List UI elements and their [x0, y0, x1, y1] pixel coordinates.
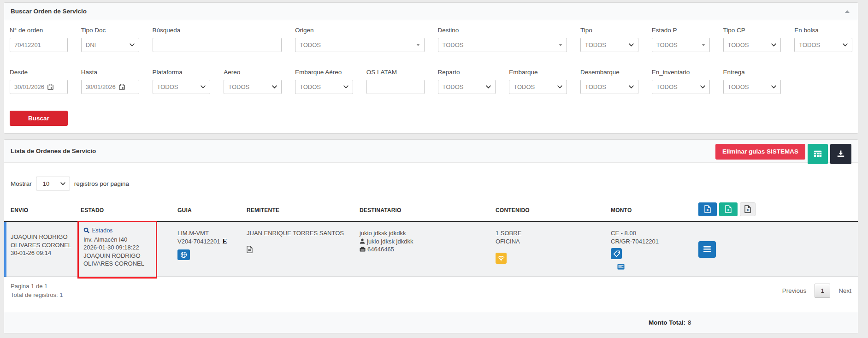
table-row: JOAQUIN RODRIGO OLIVARES CORONEL 30-01-2… — [4, 222, 858, 277]
next-button[interactable]: Next — [838, 287, 851, 294]
origen-value: TODOS — [300, 42, 321, 48]
calendar-icon — [119, 84, 125, 90]
export-excel-green-button[interactable]: X — [719, 202, 738, 216]
order-number-input[interactable] — [10, 38, 68, 52]
document-icon[interactable] — [247, 246, 253, 255]
page-size-select[interactable]: 10 — [36, 177, 70, 190]
chevron-down-icon — [343, 85, 348, 89]
en-inventario-label: En_inventario — [652, 69, 710, 76]
os-latam-input[interactable] — [366, 80, 425, 94]
wifi-icon — [497, 255, 505, 261]
table-header-row: ENVIO ESTADO GUIA REMITENTE DESTINATARIO… — [4, 197, 858, 222]
total-records: Total de registros: 1 — [11, 291, 63, 299]
table-grid-icon — [814, 150, 822, 157]
triangle-down-icon — [702, 44, 705, 46]
field-tipo: Tipo TODOS — [580, 27, 638, 52]
reparto-value: TODOS — [443, 83, 464, 90]
page-info: Pagina 1 de 1 — [11, 282, 63, 291]
buscar-button[interactable]: Buscar — [10, 111, 68, 126]
chevron-down-icon — [557, 85, 562, 89]
entrega-select[interactable]: TODOS — [723, 80, 781, 94]
plataforma-select[interactable]: TODOS — [153, 80, 211, 94]
row-menu-button[interactable] — [698, 241, 716, 258]
field-estado-p: Estado P TODOS — [652, 27, 710, 52]
destino-select[interactable]: TODOS — [438, 38, 567, 52]
filters-grid: N° de orden Tipo Doc DNI Búsqueda Origen — [10, 27, 852, 94]
estado-p-select[interactable]: TODOS — [652, 38, 710, 52]
col-header-monto[interactable]: MONTO — [604, 197, 692, 221]
col-header-guia[interactable]: GUIA — [171, 197, 240, 221]
collapse-icon[interactable] — [845, 10, 850, 13]
guia-line2: V204-70412201 — [177, 237, 220, 246]
export-excel-blue-button[interactable]: X — [698, 202, 717, 216]
page-1-button[interactable]: 1 — [815, 284, 830, 298]
chevron-down-icon — [272, 85, 277, 89]
en-inventario-value: TODOS — [656, 83, 678, 90]
plataforma-label: Plataforma — [153, 69, 211, 76]
calendar-icon — [47, 84, 53, 90]
chevron-down-icon — [771, 85, 776, 89]
list-panel-title: Lista de Ordenes de Servicio — [11, 148, 96, 154]
en-bolsa-select[interactable]: TODOS — [794, 38, 852, 52]
tracking-badge[interactable] — [177, 249, 190, 260]
hasta-date-input[interactable]: 30/01/2026 — [81, 80, 139, 94]
field-en-bolsa: En bolsa TODOS — [794, 27, 852, 52]
reparto-select[interactable]: TODOS — [438, 80, 496, 94]
field-tipo-cp: Tipo CP TODOS — [723, 27, 781, 52]
col-header-envio[interactable]: ENVIO — [4, 197, 74, 221]
estado-p-label: Estado P — [652, 27, 710, 34]
triangle-down-icon — [559, 44, 562, 46]
card-list-icon[interactable] — [617, 264, 625, 272]
tipo-select[interactable]: TODOS — [580, 38, 638, 52]
chevron-down-icon — [201, 85, 206, 89]
tipo-cp-select[interactable]: TODOS — [723, 38, 781, 52]
field-embarque-aereo: Embarque Aéreo TODOS — [295, 69, 353, 94]
tag-badge[interactable] — [611, 248, 622, 259]
desde-value: 30/01/2026 — [14, 83, 44, 90]
person-icon — [360, 238, 365, 244]
field-embarque: Embarque TODOS — [509, 69, 567, 94]
excel-file-icon: X — [725, 205, 732, 213]
desembarque-select[interactable]: TODOS — [580, 80, 638, 94]
embarque-value: TODOS — [514, 83, 535, 90]
en-inventario-select[interactable]: TODOS — [652, 80, 710, 94]
destino-value: TODOS — [443, 42, 464, 48]
embarque-select[interactable]: TODOS — [509, 80, 567, 94]
triangle-down-icon — [416, 44, 420, 46]
entrega-label: Entrega — [723, 69, 781, 76]
estados-link[interactable]: Estados — [83, 226, 112, 235]
aereo-select[interactable]: TODOS — [224, 80, 282, 94]
estado-line2: 2026-01-30 09:18:22 — [83, 243, 168, 252]
export-excel-plain-button[interactable]: X — [740, 202, 756, 216]
envio-date: 30-01-26 09:14 — [11, 249, 71, 257]
wifi-badge[interactable] — [496, 253, 507, 264]
cell-monto: CE - 8.00 CR/GR-70412201 — [604, 222, 692, 277]
monto-total-value: 8 — [688, 319, 691, 326]
tipo-doc-select[interactable]: DNI — [81, 38, 139, 52]
svg-text:X: X — [746, 208, 749, 212]
globe-icon — [180, 251, 187, 258]
busqueda-input[interactable] — [153, 38, 282, 52]
embarque-aereo-value: TODOS — [300, 83, 321, 90]
plataforma-value: TODOS — [157, 83, 178, 90]
cell-remitente: JUAN ENRIQUE TORRES SANTOS — [240, 222, 353, 277]
desembarque-label: Desembarque — [580, 69, 638, 76]
desde-date-input[interactable]: 30/01/2026 — [10, 80, 68, 94]
col-header-contenido[interactable]: CONTENIDO — [489, 197, 604, 221]
col-header-remitente[interactable]: REMITENTE — [240, 197, 353, 221]
contenido-line1: 1 SOBRE — [496, 229, 602, 237]
table-view-button[interactable] — [808, 144, 828, 164]
list-panel: Lista de Ordenes de Servicio Eliminar gu… — [4, 139, 858, 333]
search-panel: Buscar Orden de Servicio N° de orden Tip… — [4, 2, 858, 134]
embarque-aereo-select[interactable]: TODOS — [295, 80, 353, 94]
field-aereo: Aereo TODOS — [224, 69, 282, 94]
col-header-destinatario[interactable]: DESTINATARIO — [353, 197, 489, 221]
download-button[interactable] — [830, 144, 851, 164]
field-reparto: Reparto TODOS — [438, 69, 496, 94]
col-header-estado[interactable]: ESTADO — [74, 197, 171, 221]
origen-select[interactable]: TODOS — [295, 38, 425, 52]
table-toolbar: Mostrar 10 registros por pagina — [4, 163, 858, 197]
previous-button[interactable]: Previous — [782, 287, 807, 294]
eliminar-guias-button[interactable]: Eliminar guias SISTEMAS — [715, 144, 805, 160]
tipo-label: Tipo — [580, 27, 638, 34]
